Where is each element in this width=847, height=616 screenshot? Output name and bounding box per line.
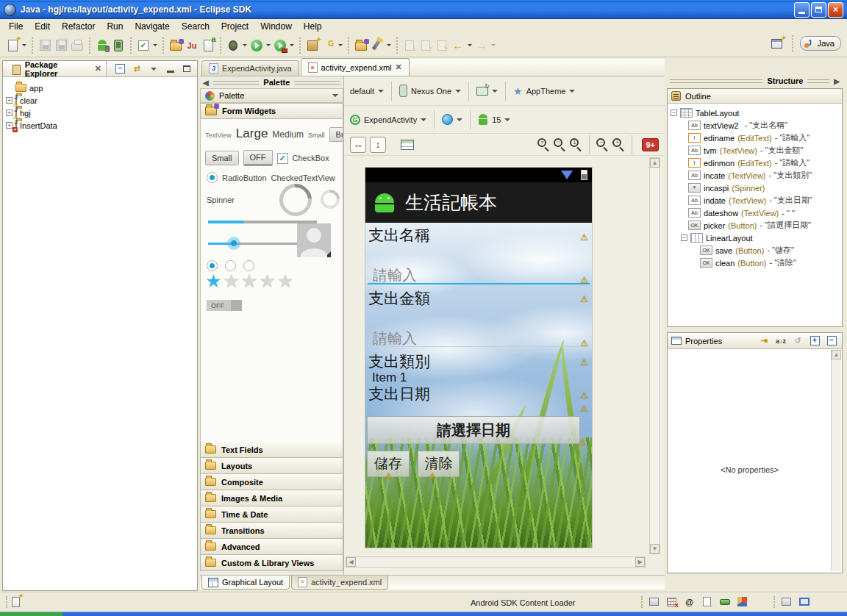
- radio-icon[interactable]: [243, 260, 254, 271]
- switch-icon[interactable]: OFF: [207, 300, 242, 311]
- open-perspective-icon[interactable]: [769, 35, 785, 51]
- scroll-right-icon[interactable]: ▶: [635, 557, 645, 567]
- outline-node-edinmon[interactable]: I edinmon (EditText) - "請輸入": [669, 157, 840, 169]
- category-form-widgets[interactable]: Form Widgets: [200, 103, 343, 119]
- close-view-icon[interactable]: ✕: [95, 64, 101, 74]
- window-icon[interactable]: [648, 595, 660, 608]
- run-last-dropdown-icon[interactable]: [153, 44, 157, 46]
- outline-node-picker[interactable]: OK picker (Button) - "請選擇日期": [669, 219, 840, 232]
- outline-node-tablelayout[interactable]: − TableLayout: [669, 107, 840, 119]
- outline-node-indate[interactable]: Ab indate (TextView) - "支出日期": [669, 194, 840, 207]
- palette-togglebutton[interactable]: OFF: [243, 150, 273, 166]
- canvas-horizontal-scrollbar[interactable]: ◀ ▶: [346, 556, 646, 567]
- at-icon[interactable]: @: [683, 595, 696, 608]
- menu-refactor[interactable]: Refactor: [56, 20, 101, 33]
- palette-small-button[interactable]: Small: [205, 151, 239, 165]
- collapse-icon[interactable]: −: [671, 110, 677, 116]
- expand-icon[interactable]: +: [6, 110, 12, 116]
- print-icon[interactable]: [69, 37, 85, 54]
- minimize-view-icon[interactable]: [164, 62, 177, 76]
- checkbox-icon[interactable]: [277, 153, 288, 164]
- menu-search[interactable]: Search: [176, 20, 215, 33]
- expand-all-icon[interactable]: +: [808, 334, 821, 348]
- close-button[interactable]: ×: [828, 2, 843, 18]
- save-icon[interactable]: [37, 37, 53, 54]
- external-tools-dropdown-icon[interactable]: [338, 44, 343, 46]
- outline-node-incaspi[interactable]: ▼ incaspi (Spinner): [669, 182, 840, 194]
- palette-spinner[interactable]: Spinner: [207, 196, 235, 204]
- expense-name-label[interactable]: 支出名稱: [368, 225, 430, 246]
- outline-node-incate[interactable]: Ab incate (TextView) - "支出類別": [669, 169, 840, 182]
- next-annotation-icon[interactable]: [401, 37, 418, 54]
- clear-button[interactable]: 清除: [418, 451, 460, 477]
- expense-category-label[interactable]: 支出類別: [368, 351, 430, 372]
- palette-checkedtextview[interactable]: CheckedTextView: [271, 173, 335, 182]
- zoom-out-full-icon[interactable]: [537, 138, 550, 151]
- cube-icon[interactable]: [736, 595, 748, 608]
- outline-node-linearlayout[interactable]: − LinearLayout: [669, 232, 840, 244]
- java-perspective-button[interactable]: Java: [800, 36, 841, 51]
- expense-name-input[interactable]: 請輸入: [373, 265, 417, 285]
- palette-checkbox[interactable]: CheckBox: [293, 154, 329, 162]
- palette-textview[interactable]: TextView: [205, 132, 232, 139]
- tab-activity-expend-xml[interactable]: a activity_expend.xml ✕: [301, 58, 410, 76]
- palette-large-text[interactable]: Large: [236, 126, 268, 141]
- canvas-vertical-scrollbar[interactable]: ▲ ▼: [649, 157, 660, 554]
- palette-button[interactable]: Button: [329, 127, 343, 142]
- android-layout-preview[interactable]: 生活記帳本 支出名稱 請輸入 支出金額 請輸入 支出類別 Item 1 支出日期: [365, 168, 592, 548]
- minimize-button[interactable]: [794, 2, 810, 18]
- previous-annotation-icon[interactable]: [418, 37, 434, 54]
- table-delete-icon[interactable]: [665, 595, 678, 608]
- open-resource-icon[interactable]: [353, 37, 369, 54]
- category-layouts[interactable]: Layouts: [200, 458, 343, 474]
- device-chooser[interactable]: Nexus One: [399, 85, 461, 97]
- configuration-chooser[interactable]: default: [350, 87, 384, 96]
- view-menu-icon[interactable]: [147, 62, 160, 76]
- last-edit-location-icon[interactable]: [434, 37, 450, 54]
- locale-chooser[interactable]: [442, 114, 462, 125]
- seekbar-icon[interactable]: [208, 243, 304, 245]
- menu-window[interactable]: Window: [254, 20, 298, 33]
- collapse-left-icon[interactable]: ◀: [203, 79, 209, 87]
- pin-icon[interactable]: ⇥: [757, 334, 771, 348]
- menu-edit[interactable]: Edit: [29, 20, 56, 33]
- new-content-icon[interactable]: [12, 597, 20, 607]
- expand-horizontal-icon[interactable]: ↔: [350, 137, 366, 153]
- properties-scrollbar[interactable]: ▲: [831, 350, 841, 571]
- table-options-icon[interactable]: [401, 140, 414, 150]
- category-spinner[interactable]: Item 1: [372, 370, 407, 385]
- new-android-xml-icon[interactable]: [200, 37, 216, 54]
- external-tools-icon[interactable]: [321, 37, 337, 54]
- coverage-icon[interactable]: [304, 37, 321, 54]
- outline-node-dateshow[interactable]: Ab dateshow (TextView) - " ": [669, 207, 840, 219]
- tree-item-app[interactable]: app: [6, 82, 194, 94]
- toolbar-run-icon[interactable]: [718, 595, 731, 608]
- palette-medium-text[interactable]: Medium: [272, 129, 304, 140]
- tab-activity-expend-xml-source[interactable]: ≡ activity_expend.xml: [291, 576, 388, 590]
- api-level-chooser[interactable]: 15: [478, 114, 510, 126]
- category-composite[interactable]: Composite: [200, 474, 343, 490]
- scroll-up-icon[interactable]: ▲: [650, 158, 660, 168]
- palette-menu-icon[interactable]: [332, 94, 338, 97]
- tree-item-hgj[interactable]: + J⚠ hgj: [6, 107, 194, 119]
- collapse-all-icon[interactable]: −: [825, 334, 838, 348]
- ratingbar-row[interactable]: ★ ★ ★ ★ ★: [205, 272, 293, 290]
- remote-monitor-icon[interactable]: [798, 595, 810, 608]
- radiogroup-icon[interactable]: [207, 260, 218, 271]
- restore-defaults-icon[interactable]: ↺: [791, 334, 804, 348]
- outline-node-textview2[interactable]: Ab textView2 - "支出名稱": [669, 119, 840, 132]
- design-surface[interactable]: 生活記帳本 支出名稱 請輸入 支出金額 請輸入 支出類別 Item 1 支出日期: [344, 156, 648, 556]
- zoom-100-icon[interactable]: [570, 138, 582, 151]
- android-sdk-manager-icon[interactable]: ↓: [94, 37, 110, 54]
- expense-amount-input[interactable]: 請輸入: [373, 329, 417, 348]
- forward-dropdown-icon[interactable]: [491, 44, 496, 46]
- category-images-media[interactable]: Images & Media: [200, 490, 343, 506]
- theme-chooser[interactable]: ★ AppTheme: [513, 85, 575, 97]
- new-dropdown-icon[interactable]: [22, 44, 26, 46]
- zoom-in-icon[interactable]: [612, 138, 625, 151]
- back-icon[interactable]: [450, 37, 466, 54]
- orientation-chooser[interactable]: [476, 87, 498, 96]
- open-type-icon[interactable]: [168, 37, 184, 54]
- menu-run[interactable]: Run: [101, 20, 129, 33]
- scroll-down-icon[interactable]: ▼: [650, 544, 660, 554]
